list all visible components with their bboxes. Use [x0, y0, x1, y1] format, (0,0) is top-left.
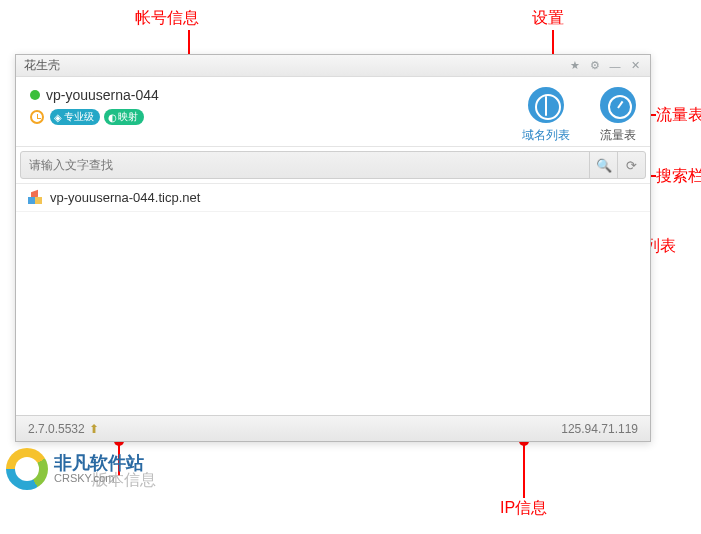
annotation-search: 搜索栏 [656, 166, 701, 187]
watermark-swirl-icon [6, 448, 48, 490]
leader-ip-info [523, 444, 525, 498]
badge-map-icon: ◐ [105, 109, 119, 125]
ip-address: 125.94.71.119 [561, 422, 638, 436]
watermark-logo: 非凡软件站 CRSKY.com [6, 448, 144, 490]
nav-traffic-label: 流量表 [600, 127, 636, 144]
status-online-icon [30, 90, 40, 100]
gauge-icon [600, 87, 636, 123]
search-icon: 🔍 [596, 158, 612, 173]
refresh-button[interactable]: ⟳ [617, 152, 645, 178]
update-available-icon[interactable]: ⬆ [89, 422, 99, 436]
annotation-settings: 设置 [532, 8, 564, 29]
annotation-account-info: 帐号信息 [135, 8, 199, 29]
refresh-icon: ⟳ [626, 158, 637, 173]
search-button[interactable]: 🔍 [589, 152, 617, 178]
globe-icon [528, 87, 564, 123]
cube-icon [28, 191, 42, 205]
app-title: 花生壳 [24, 57, 568, 74]
clock-icon [30, 110, 44, 124]
close-icon[interactable]: ✕ [628, 59, 642, 73]
settings-gear-icon[interactable]: ⚙ [588, 59, 602, 73]
window-controls: ★ ⚙ — ✕ [568, 59, 642, 73]
annotation-ip-info: IP信息 [500, 498, 547, 519]
account-name: vp-youuserna-044 [46, 87, 159, 103]
domain-list: vp-youuserna-044.ticp.net [16, 183, 650, 411]
nav-traffic[interactable]: 流量表 [600, 87, 636, 144]
watermark-en: CRSKY.com [54, 473, 144, 485]
version-info: 2.7.0.5532 ⬆ [28, 422, 99, 436]
version-text: 2.7.0.5532 [28, 422, 85, 436]
bookmark-icon[interactable]: ★ [568, 59, 582, 73]
account-info: vp-youuserna-044 ◈ 专业级 ◐ 映射 [30, 87, 159, 125]
nav-domain-list-label: 域名列表 [522, 127, 570, 144]
nav-domain-list[interactable]: 域名列表 [522, 87, 570, 144]
status-bar: 2.7.0.5532 ⬆ 125.94.71.119 [16, 415, 650, 441]
titlebar: 花生壳 ★ ⚙ — ✕ [16, 55, 650, 77]
header-nav: 域名列表 流量表 [522, 87, 636, 144]
annotation-traffic: 流量表 [656, 105, 701, 126]
badge-pro-icon: ◈ [51, 109, 65, 125]
badge-map-label: 映射 [118, 110, 138, 124]
badge-pro: ◈ 专业级 [50, 109, 100, 125]
domain-host: vp-youuserna-044.ticp.net [50, 190, 200, 205]
app-window: 花生壳 ★ ⚙ — ✕ vp-youuserna-044 ◈ 专业级 ◐ [15, 54, 651, 442]
badge-pro-label: 专业级 [64, 110, 94, 124]
badge-map: ◐ 映射 [104, 109, 144, 125]
domain-row[interactable]: vp-youuserna-044.ticp.net [16, 184, 650, 212]
search-bar: 🔍 ⟳ [20, 151, 646, 179]
minimize-icon[interactable]: — [608, 59, 622, 73]
header: vp-youuserna-044 ◈ 专业级 ◐ 映射 域名列表 [16, 77, 650, 147]
watermark-cn: 非凡软件站 [54, 454, 144, 473]
search-input[interactable] [21, 158, 589, 172]
